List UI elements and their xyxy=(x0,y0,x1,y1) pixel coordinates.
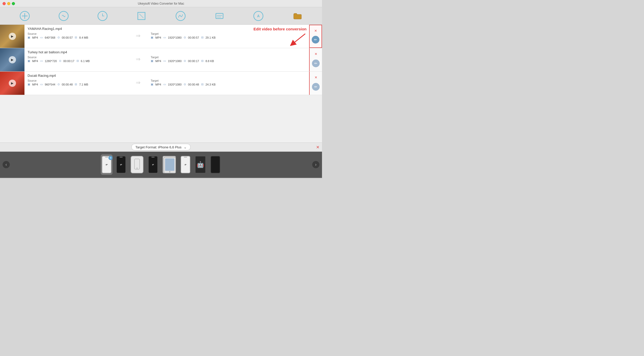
size-icon: ⊟ xyxy=(75,36,77,39)
target-meta-row-2: ▣ MP4 ▭ 1920*1080 ⊙ 00:00:17 ⊟ 8.8 KB xyxy=(151,59,249,63)
source-size-1: 8.4 MB xyxy=(79,36,88,39)
source-format-1: MP4 xyxy=(32,36,38,39)
toolbar-tools[interactable] xyxy=(58,10,69,22)
minimize-button[interactable] xyxy=(7,2,10,5)
device-image-2: iP xyxy=(116,155,126,174)
row-actions-2: ✕ ✏ xyxy=(309,48,322,71)
devices-scroll: iP ⚙ iP iP xyxy=(12,154,310,175)
source-meta-row-2: ▣ MP4 ▭ 1280*720 ⊙ 00:00:17 ⊟ 6.1 MB xyxy=(28,59,125,63)
format-close-icon[interactable]: ✕ xyxy=(316,145,319,150)
settings-badge: ⚙ xyxy=(108,156,113,160)
close-button[interactable] xyxy=(3,2,6,5)
edit-button-2[interactable]: ✏ xyxy=(312,60,320,67)
effects-icon xyxy=(175,10,186,22)
source-group-2: Source ▣ MP4 ▭ 1280*720 ⊙ 00:00:17 ⊟ 6.1… xyxy=(28,56,125,63)
edit-tooltip: Edit video before conversion xyxy=(253,27,307,31)
target-group-1: Target ▣ MP4 ▭ 1920*1080 ⊙ 00:00:57 ⊟ 29… xyxy=(151,32,249,39)
target-format-3: MP4 xyxy=(155,83,161,86)
target-group-3: Target ▣ MP4 ▭ 1920*1080 ⊙ 00:00:48 ⊟ 24… xyxy=(151,79,249,86)
file-name-2: Turkey hot air balloon.mp4 xyxy=(28,50,306,54)
format-bar: Target Format: iPhone 6,6 Plus ⌄ ✕ xyxy=(0,142,322,152)
edit-button-3[interactable]: ✏ xyxy=(312,83,320,91)
table-row: ▶ Ducati Racing.mp4 Source ▣ MP4 ▭ 960*5… xyxy=(0,72,322,95)
android-shape: 🤖 xyxy=(195,156,206,173)
remove-button-1[interactable]: ✕ xyxy=(314,29,317,32)
svg-text:A: A xyxy=(257,14,260,18)
thumbnail-1: ▶ xyxy=(0,25,24,48)
subtitle-icon xyxy=(214,10,225,22)
tabs-row: Video Audio Devices Editing HD Web Shari… xyxy=(0,177,322,178)
play-button-3[interactable]: ▶ xyxy=(9,80,16,87)
titlebar: Ukeysoft Video Converter for Mac xyxy=(0,0,322,7)
maximize-button[interactable] xyxy=(12,2,15,5)
source-res-1: 640*368 xyxy=(45,36,55,39)
device-image-5 xyxy=(163,155,176,174)
target-format-1: MP4 xyxy=(155,36,161,39)
target-label-2: Target xyxy=(151,56,249,59)
source-label-3: Source xyxy=(28,79,125,82)
clock-icon xyxy=(97,10,108,22)
target-res-3: 1920*1080 xyxy=(168,83,182,86)
t-format-icon: ▣ xyxy=(151,36,153,39)
source-format-2: MP4 xyxy=(32,60,38,63)
android-logo-icon: 🤖 xyxy=(197,161,204,168)
window-controls[interactable] xyxy=(3,2,15,5)
file-info-2: Turkey hot air balloon.mp4 Source ▣ MP4 … xyxy=(24,48,309,71)
convert-arrow-2: ⇒ xyxy=(131,56,146,63)
convert-arrow-3: ⇒ xyxy=(131,79,146,86)
source-group-1: Source ▣ MP4 ▭ 640*368 ⊙ 00:00:57 ⊟ 8.4 … xyxy=(28,32,125,39)
toolbar-folder[interactable] xyxy=(292,10,303,22)
edit-arrow xyxy=(287,32,308,49)
target-size-1: 29.1 KB xyxy=(206,36,216,39)
toolbar-crop[interactable] xyxy=(136,10,147,22)
t-dur-icon: ⊙ xyxy=(184,36,186,39)
next-device-button[interactable]: › xyxy=(312,161,319,168)
remove-button-2[interactable]: ✕ xyxy=(315,52,317,56)
target-label-3: Target xyxy=(151,79,249,82)
target-group-2: Target ▣ MP4 ▭ 1920*1080 ⊙ 00:00:17 ⊟ 8.… xyxy=(151,56,249,63)
window-title: Ukeysoft Video Converter for Mac xyxy=(138,2,184,5)
svg-point-16 xyxy=(136,167,138,169)
target-dur-2: 00:00:17 xyxy=(188,60,199,63)
device-item-wii[interactable] xyxy=(130,154,145,175)
play-button-2[interactable]: ▶ xyxy=(9,56,16,63)
device-item-iphone6plus[interactable]: iP xyxy=(180,154,191,175)
toolbar: A xyxy=(0,7,322,25)
row-actions-1: ✕ ✏ xyxy=(309,25,322,48)
prev-device-button[interactable]: ‹ xyxy=(3,161,10,168)
toolbar-history[interactable] xyxy=(97,10,108,22)
iphone-shape-4: iP xyxy=(148,156,158,173)
file-info-3: Ducati Racing.mp4 Source ▣ MP4 ▭ 960*544… xyxy=(24,72,309,95)
target-res-2: 1920*1080 xyxy=(168,60,182,63)
wii-shape xyxy=(131,156,143,173)
dur-icon: ⊙ xyxy=(57,36,60,39)
toolbar-watermark[interactable]: A xyxy=(253,10,264,22)
iphone-shape-6: iP xyxy=(181,156,190,173)
source-label-2: Source xyxy=(28,56,125,59)
toolbar-subtitle[interactable] xyxy=(214,10,225,22)
format-selector[interactable]: Target Format: iPhone 6,6 Plus ⌄ xyxy=(131,144,190,150)
thumbnail-3: ▶ xyxy=(0,72,24,95)
device-image-4: iP xyxy=(148,155,158,174)
device-item-iphone5s[interactable]: iP xyxy=(115,154,127,175)
device-image-1: iP ⚙ xyxy=(102,155,112,174)
svg-rect-18 xyxy=(165,158,174,171)
edit-button-1[interactable]: ✏ xyxy=(312,36,319,44)
device-item-ipad[interactable] xyxy=(162,154,177,175)
play-button-1[interactable]: ▶ xyxy=(9,33,16,40)
source-meta-row-1: ▣ MP4 ▭ 640*368 ⊙ 00:00:57 ⊟ 8.4 MB xyxy=(28,36,125,39)
source-res-3: 960*544 xyxy=(45,83,55,86)
source-dur-3: 00:00:48 xyxy=(62,83,73,86)
device-item-iphone6[interactable]: iP ⚙ xyxy=(101,154,113,175)
device-item-iphone6b[interactable]: iP xyxy=(147,154,159,175)
remove-button-3[interactable]: ✕ xyxy=(315,76,317,79)
target-label-1: Target xyxy=(151,32,249,35)
t-res-icon: ▭ xyxy=(163,36,166,39)
source-dur-1: 00:00:57 xyxy=(62,36,73,39)
svg-point-19 xyxy=(169,171,171,173)
device-item-android[interactable]: 🤖 xyxy=(194,154,207,175)
toolbar-add[interactable] xyxy=(19,10,30,22)
device-item-samsung[interactable] xyxy=(209,154,221,175)
row-actions-3: ✕ ✏ xyxy=(309,72,322,95)
toolbar-effects[interactable] xyxy=(175,10,186,22)
